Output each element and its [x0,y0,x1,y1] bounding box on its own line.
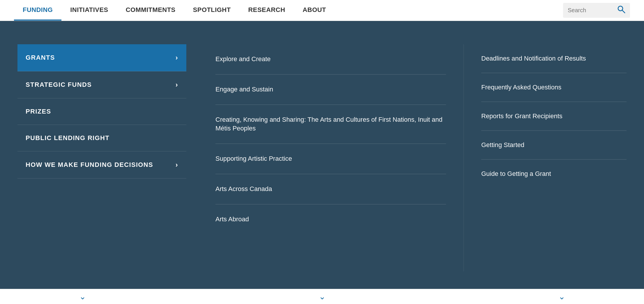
left-column: GRANTS › STRATEGIC FUNDS › PRIZES PUBLIC… [17,44,198,271]
menu-item-grants[interactable]: GRANTS › [17,44,186,71]
right-item-guide-grant[interactable]: Guide to Getting a Grant [481,160,627,188]
sub-item-arts-across-canada[interactable]: Arts Across Canada [215,174,446,204]
search-button[interactable] [617,5,625,15]
svg-line-1 [622,10,625,13]
right-item-deadlines[interactable]: Deadlines and Notification of Results [481,44,627,73]
nav-item-research[interactable]: RESEARCH [240,0,294,21]
top-nav: FUNDING INITIATIVES COMMITMENTS SPOTLIGH… [0,0,644,21]
right-item-getting-started[interactable]: Getting Started [481,131,627,160]
bottom-bar: ⌄ ⌄ ⌄ [0,289,644,304]
right-item-faq[interactable]: Frequently Asked Questions [481,73,627,102]
mid-column: Explore and Create Engage and Sustain Cr… [198,44,463,271]
chevron-right-icon: › [176,54,178,62]
right-column: Deadlines and Notification of Results Fr… [463,44,627,271]
menu-item-prizes[interactable]: PRIZES [17,98,186,125]
nav-item-spotlight[interactable]: SPOTLIGHT [184,0,240,21]
nav-item-commitments[interactable]: COMMITMENTS [117,0,184,21]
menu-item-public-lending[interactable]: PUBLIC LENDING RIGHT [17,125,186,151]
sub-item-explore-create[interactable]: Explore and Create [215,44,446,75]
sub-item-creating-knowing[interactable]: Creating, Knowing and Sharing: The Arts … [215,105,446,144]
nav-links: FUNDING INITIATIVES COMMITMENTS SPOTLIGH… [14,0,335,21]
bottom-arrow-center: ⌄ [319,292,325,301]
nav-item-initiatives[interactable]: INITIATIVES [61,0,117,21]
right-item-reports[interactable]: Reports for Grant Recipients [481,102,627,131]
chevron-right-icon: › [176,81,178,89]
search-icon [617,5,625,13]
dropdown-area: GRANTS › STRATEGIC FUNDS › PRIZES PUBLIC… [0,21,644,289]
menu-item-strategic-funds[interactable]: STRATEGIC FUNDS › [17,71,186,98]
bottom-arrow-left: ⌄ [79,292,86,301]
chevron-right-icon: › [176,161,178,169]
nav-right [563,3,630,18]
sub-item-engage-sustain[interactable]: Engage and Sustain [215,75,446,105]
sub-item-supporting-artistic[interactable]: Supporting Artistic Practice [215,144,446,174]
sub-item-arts-abroad[interactable]: Arts Abroad [215,204,446,234]
search-input[interactable] [568,7,614,14]
menu-item-how-we-fund[interactable]: HOW WE MAKE FUNDING DECISIONS › [17,151,186,178]
bottom-arrow-right: ⌄ [558,292,565,301]
nav-item-about[interactable]: ABOUT [294,0,335,21]
nav-item-funding[interactable]: FUNDING [14,0,61,21]
search-box [563,3,630,18]
